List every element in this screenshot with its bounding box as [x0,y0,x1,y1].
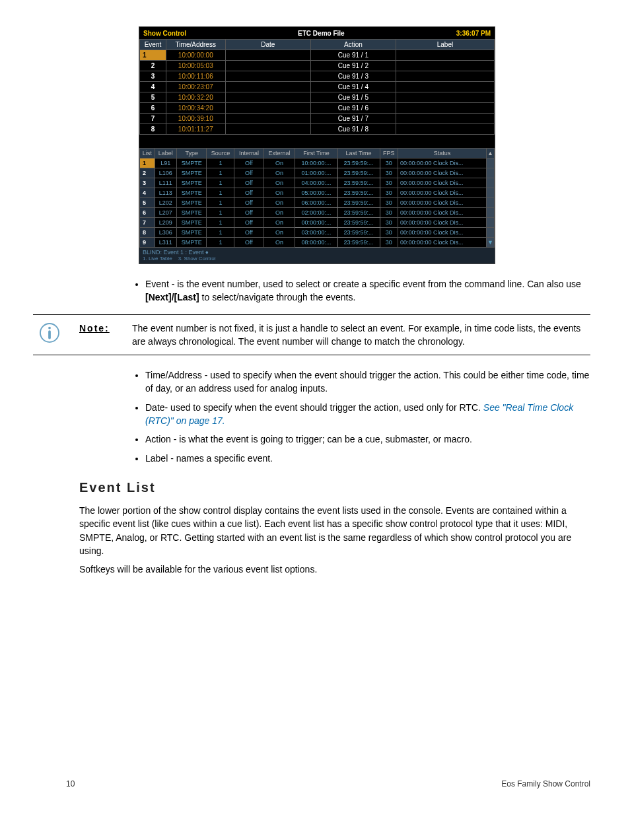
list-fps-cell[interactable]: 30 [380,208,398,218]
list-number-cell[interactable]: 3 [140,178,155,188]
event-time-cell[interactable]: 10:00:39:10 [166,114,225,124]
list-last-time-cell[interactable]: 23:59:59:... [337,238,380,248]
event-number-cell[interactable]: 2 [140,61,166,71]
list-row[interactable]: 5L202SMPTE1OffOn06:00:00:...23:59:59:...… [140,198,495,208]
scrollbar-track[interactable] [487,168,495,178]
list-fps-cell[interactable]: 30 [380,198,398,208]
list-type-cell[interactable]: SMPTE [177,198,207,208]
event-time-cell[interactable]: 10:00:23:07 [166,82,225,92]
event-label-cell[interactable] [396,114,494,124]
list-label-cell[interactable]: L106 [155,168,176,178]
list-status-cell[interactable]: 00:00:00:00 Clock Dis... [398,178,486,188]
list-type-cell[interactable]: SMPTE [177,178,207,188]
list-row[interactable]: 4L113SMPTE1OffOn05:00:00:...23:59:59:...… [140,188,495,198]
event-number-cell[interactable]: 5 [140,92,166,103]
list-external-cell[interactable]: On [263,228,295,238]
list-status-cell[interactable]: 00:00:00:00 Clock Dis... [398,158,486,168]
list-status-cell[interactable]: 00:00:00:00 Clock Dis... [398,198,486,208]
events-row[interactable]: 110:00:00:00Cue 91 / 1 [140,50,495,61]
list-number-cell[interactable]: 2 [140,168,155,178]
list-internal-cell[interactable]: Off [234,218,263,228]
list-source-cell[interactable]: 1 [207,188,234,198]
list-number-cell[interactable]: 9 [140,238,155,248]
event-number-cell[interactable]: 8 [140,124,166,135]
list-fps-cell[interactable]: 30 [380,218,398,228]
list-number-cell[interactable]: 1 [140,158,155,168]
list-last-time-cell[interactable]: 23:59:59:... [337,208,380,218]
list-number-cell[interactable]: 8 [140,228,155,238]
list-external-cell[interactable]: On [263,178,295,188]
list-first-time-cell[interactable]: 03:00:00:... [295,228,337,238]
list-row[interactable]: 9L311SMPTE1OffOn08:00:00:...23:59:59:...… [140,238,495,248]
list-number-cell[interactable]: 7 [140,218,155,228]
event-label-cell[interactable] [396,71,494,82]
scrollbar-track[interactable] [487,198,495,208]
list-label-cell[interactable]: L306 [155,228,176,238]
scrollbar-track[interactable] [487,178,495,188]
scrollbar-track[interactable] [487,218,495,228]
list-source-cell[interactable]: 1 [207,228,234,238]
event-action-cell[interactable]: Cue 91 / 4 [310,82,396,92]
list-status-cell[interactable]: 00:00:00:00 Clock Dis... [398,218,486,228]
list-number-cell[interactable]: 5 [140,198,155,208]
list-row[interactable]: 2L106SMPTE1OffOn01:00:00:...23:59:59:...… [140,168,495,178]
list-last-time-cell[interactable]: 23:59:59:... [337,198,380,208]
event-action-cell[interactable]: Cue 91 / 5 [310,92,396,103]
event-time-cell[interactable]: 10:00:00:00 [166,50,225,61]
event-action-cell[interactable]: Cue 91 / 6 [310,103,396,114]
event-date-cell[interactable] [225,61,310,71]
list-external-cell[interactable]: On [263,218,295,228]
event-date-cell[interactable] [225,71,310,82]
list-row[interactable]: 7L209SMPTE1OffOn00:00:00:...23:59:59:...… [140,218,495,228]
list-label-cell[interactable]: L91 [155,158,176,168]
list-status-cell[interactable]: 00:00:00:00 Clock Dis... [398,228,486,238]
list-source-cell[interactable]: 1 [207,178,234,188]
list-first-time-cell[interactable]: 10:00:00:... [295,158,337,168]
event-action-cell[interactable]: Cue 91 / 1 [310,50,396,61]
event-label-cell[interactable] [396,92,494,103]
list-fps-cell[interactable]: 30 [380,238,398,248]
scroll-up-icon[interactable]: ▲ [487,149,495,158]
list-number-cell[interactable]: 4 [140,188,155,198]
list-row[interactable]: 3L111SMPTE1OffOn04:00:00:...23:59:59:...… [140,178,495,188]
event-time-cell[interactable]: 10:00:05:03 [166,61,225,71]
event-label-cell[interactable] [396,124,494,135]
list-external-cell[interactable]: On [263,198,295,208]
event-label-cell[interactable] [396,82,494,92]
event-time-cell[interactable]: 10:00:34:20 [166,103,225,114]
events-row[interactable]: 710:00:39:10Cue 91 / 7 [140,114,495,124]
list-status-cell[interactable]: 00:00:00:00 Clock Dis... [398,208,486,218]
list-external-cell[interactable]: On [263,208,295,218]
event-label-cell[interactable] [396,61,494,71]
events-row[interactable]: 310:00:11:06Cue 91 / 3 [140,71,495,82]
list-external-cell[interactable]: On [263,238,295,248]
list-type-cell[interactable]: SMPTE [177,158,207,168]
list-source-cell[interactable]: 1 [207,238,234,248]
event-action-cell[interactable]: Cue 91 / 2 [310,61,396,71]
scrollbar-track[interactable] [487,158,495,168]
event-number-cell[interactable]: 1 [140,50,166,61]
event-date-cell[interactable] [225,50,310,61]
list-internal-cell[interactable]: Off [234,188,263,198]
list-last-time-cell[interactable]: 23:59:59:... [337,188,380,198]
list-internal-cell[interactable]: Off [234,228,263,238]
list-row[interactable]: 1L91SMPTE1OffOn10:00:00:...23:59:59:...3… [140,158,495,168]
list-status-cell[interactable]: 00:00:00:00 Clock Dis... [398,238,486,248]
event-time-cell[interactable]: 10:01:11:27 [166,124,225,135]
list-fps-cell[interactable]: 30 [380,168,398,178]
list-row[interactable]: 6L207SMPTE1OffOn02:00:00:...23:59:59:...… [140,208,495,218]
event-date-cell[interactable] [225,124,310,135]
list-source-cell[interactable]: 1 [207,198,234,208]
list-internal-cell[interactable]: Off [234,178,263,188]
event-number-cell[interactable]: 6 [140,103,166,114]
event-label-cell[interactable] [396,50,494,61]
list-external-cell[interactable]: On [263,158,295,168]
events-row[interactable]: 210:00:05:03Cue 91 / 2 [140,61,495,71]
list-first-time-cell[interactable]: 05:00:00:... [295,188,337,198]
events-row[interactable]: 810:01:11:27Cue 91 / 8 [140,124,495,135]
list-source-cell[interactable]: 1 [207,218,234,228]
list-internal-cell[interactable]: Off [234,238,263,248]
list-number-cell[interactable]: 6 [140,208,155,218]
events-row[interactable]: 410:00:23:07Cue 91 / 4 [140,82,495,92]
scroll-down-icon[interactable]: ▼ [487,238,495,248]
